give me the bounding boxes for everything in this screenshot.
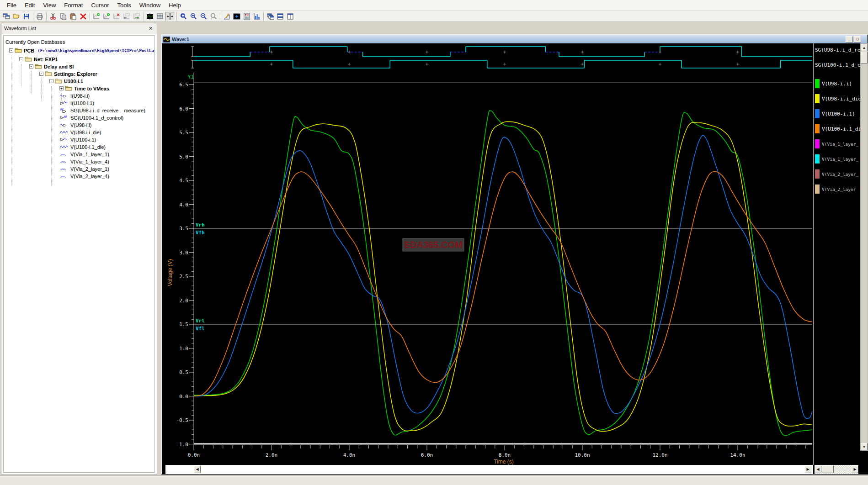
expander-minus-icon[interactable]: - (9, 48, 13, 53)
svg-text:10.0n: 10.0n (575, 452, 590, 458)
tree-folder-net-exp1[interactable]: -Net: EXP1 (4, 56, 58, 63)
delete-axis-icon[interactable] (112, 12, 122, 21)
svg-text:2.0: 2.0 (179, 298, 188, 304)
legend-color-swatch (815, 94, 820, 103)
legend-horizontal-scrollbar[interactable]: ◀ ▶ (815, 465, 858, 474)
add-signal-icon[interactable] (101, 12, 112, 21)
tree-item-signal[interactable]: V(Via_2_layer_1) (4, 165, 109, 172)
tree-item-signal[interactable]: V(U98-i.i_die) (4, 129, 101, 136)
tree-item-signal[interactable]: SG(U98-i.i_d_receive__measure) (4, 107, 145, 114)
paste-icon[interactable] (68, 12, 78, 21)
report-icon[interactable] (242, 12, 252, 21)
scroll-left-icon[interactable]: ◀ (194, 465, 201, 473)
legend-color-swatch (815, 185, 820, 194)
display-settings-icon[interactable] (232, 12, 242, 21)
legend-color-swatch (815, 109, 820, 118)
new-waveform-window-icon[interactable] (1, 12, 11, 21)
cascade-windows-icon[interactable] (265, 12, 275, 21)
print-icon[interactable] (35, 12, 45, 21)
legend-item[interactable]: V(Via_2_layer_ (815, 169, 858, 179)
zoom-previous-icon[interactable] (208, 12, 218, 21)
tree-folder-time-to-vmeas[interactable]: +Time to VMeas (4, 85, 109, 92)
tree-item-signal[interactable]: V(U100-i.1) (4, 136, 96, 143)
legend-item[interactable]: V(Via_2_layer (815, 185, 856, 194)
tree-item-signal[interactable]: V(U98-i.i) (4, 121, 91, 128)
svg-text:1.5: 1.5 (179, 322, 188, 327)
expander-minus-icon[interactable]: - (29, 64, 33, 69)
legend-item[interactable]: V(Via_1_layer_ (815, 154, 858, 163)
legend-scroll-right-icon[interactable]: ▶ (852, 465, 858, 473)
move-signal-left-icon[interactable] (122, 12, 132, 21)
tile-horizontal-icon[interactable] (275, 12, 285, 21)
measure-icon[interactable] (222, 12, 232, 21)
expander-minus-icon[interactable]: - (39, 72, 43, 76)
menu-format[interactable]: Format (60, 0, 87, 10)
marker-icon[interactable] (165, 12, 175, 21)
expander-plus-icon[interactable]: + (59, 86, 64, 90)
tree-guide-line (31, 71, 32, 93)
toolbar-separator (263, 12, 264, 21)
legend-scroll-left-icon[interactable]: ◀ (815, 465, 821, 473)
scroll-up-icon[interactable]: ▲ (861, 44, 868, 51)
histogram-icon[interactable] (252, 12, 262, 21)
tree-folder-settings-explorer[interactable]: -Settings: Explorer (4, 70, 97, 77)
menu-file[interactable]: File (3, 0, 21, 10)
expander-minus-icon[interactable]: - (19, 57, 23, 61)
copy-icon[interactable] (58, 12, 68, 21)
legend-digital-label[interactable]: SG(U100-i.1_d_co (815, 62, 860, 68)
tree-item-signal[interactable]: V(Via_1_layer_1) (4, 151, 109, 158)
zoom-region-icon[interactable] (178, 12, 188, 21)
delete-icon[interactable] (78, 12, 88, 21)
pan-wave-icon[interactable] (145, 12, 155, 21)
svg-text:Vrh: Vrh (196, 222, 205, 228)
maximize-button[interactable]: ❏ (854, 36, 861, 42)
zoom-out-icon[interactable] (198, 12, 208, 21)
legend-item[interactable]: V(Via_1_layer_ (815, 139, 858, 148)
legend-hscroll-thumb[interactable] (822, 465, 834, 473)
folder-icon (15, 47, 22, 55)
plot-horizontal-scrollbar[interactable]: ◀ ▶ (165, 465, 813, 474)
legend-item[interactable]: V(U98-i.i_die) (815, 94, 860, 103)
minimize-button[interactable]: _ (846, 36, 853, 42)
folder-icon (25, 55, 32, 63)
menu-edit[interactable]: Edit (21, 0, 39, 10)
legend-vertical-scrollbar[interactable]: ▲ ▼ (860, 43, 868, 451)
zoom-in-icon[interactable] (188, 12, 198, 21)
tree-item-signal[interactable]: SG(U100-i.1_d_control) (4, 114, 123, 121)
tree-guide-line (41, 79, 42, 100)
tree-folder-pcb[interactable]: -PCB(F:\new3\highspeedboard\HighSpeed\IC… (4, 47, 155, 54)
menu-view[interactable]: View (39, 0, 60, 10)
legend-digital-label[interactable]: SG(U98-i.i_d_rec (815, 47, 860, 53)
vscroll-thumb[interactable] (861, 52, 868, 63)
close-icon[interactable]: ✕ (147, 25, 154, 32)
open-folder-icon[interactable] (11, 12, 21, 21)
cut-icon[interactable] (48, 12, 58, 21)
add-axis-icon[interactable] (91, 12, 101, 21)
move-signal-right-icon[interactable] (132, 12, 142, 21)
tree-item-signal[interactable]: V(Via_1_layer_4) (4, 158, 109, 165)
expander-minus-icon[interactable]: - (49, 79, 53, 83)
tree-folder-delay-and-si[interactable]: -Delay and SI (4, 63, 74, 70)
tree-folder-u100-i-1[interactable]: -U100-i.1 (4, 78, 83, 84)
tree-item-signal[interactable]: I(U100-i.1) (4, 100, 94, 106)
tree-item-signal[interactable]: V(U100-i.1_die) (4, 143, 106, 150)
menu-cursor[interactable]: Cursor (87, 0, 113, 10)
scroll-right-icon[interactable]: ▶ (804, 465, 811, 473)
scroll-down-icon[interactable]: ▼ (861, 443, 868, 450)
wave-titlebar[interactable]: Wave:1 _ ❏ (162, 35, 867, 43)
save-icon[interactable] (21, 12, 32, 21)
tile-vertical-icon[interactable] (285, 12, 295, 21)
svg-text:Vrl: Vrl (196, 318, 205, 324)
menu-help[interactable]: Help (165, 0, 185, 10)
legend-item[interactable]: V(U100-i.1_die (815, 124, 860, 133)
legend-item[interactable]: V(U98-i.i) (815, 79, 852, 88)
tree-item-signal[interactable]: I(U98-i.i) (4, 92, 90, 99)
tree-item-signal[interactable]: V(Via_2_layer_4) (4, 173, 109, 179)
waveform-chart[interactable]: Y1-1.0-0.50.00.51.01.52.02.53.03.54.04.5… (165, 43, 812, 465)
legend-item[interactable]: V(U100-i.1) (815, 109, 855, 118)
tree-guide-line (61, 93, 62, 100)
menu-window[interactable]: Window (135, 0, 165, 10)
grid-icon[interactable] (155, 12, 165, 21)
svg-text:-1.0: -1.0 (176, 442, 189, 448)
menu-tools[interactable]: Tools (113, 0, 135, 10)
